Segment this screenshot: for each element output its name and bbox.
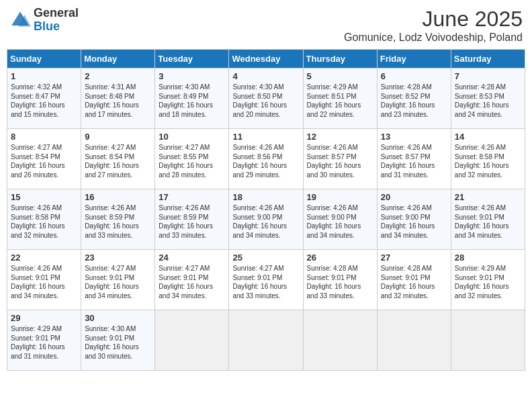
- day-cell: 24Sunrise: 4:27 AM Sunset: 9:01 PM Dayli…: [155, 250, 229, 310]
- weekday-header-sunday: Sunday: [7, 50, 81, 68]
- day-number: 15: [11, 192, 77, 202]
- day-info: Sunrise: 4:26 AM Sunset: 9:00 PM Dayligh…: [381, 203, 447, 240]
- week-row-1: 1Sunrise: 4:32 AM Sunset: 8:47 PM Daylig…: [7, 68, 525, 129]
- week-row-2: 8Sunrise: 4:27 AM Sunset: 8:54 PM Daylig…: [7, 129, 525, 189]
- day-cell: 8Sunrise: 4:27 AM Sunset: 8:54 PM Daylig…: [7, 129, 81, 189]
- day-number: 10: [159, 132, 225, 142]
- day-cell: 18Sunrise: 4:26 AM Sunset: 9:00 PM Dayli…: [229, 189, 303, 250]
- day-cell: 23Sunrise: 4:27 AM Sunset: 9:01 PM Dayli…: [81, 250, 155, 310]
- day-info: Sunrise: 4:29 AM Sunset: 9:01 PM Dayligh…: [455, 264, 521, 300]
- day-info: Sunrise: 4:26 AM Sunset: 9:00 PM Dayligh…: [307, 203, 373, 240]
- day-info: Sunrise: 4:30 AM Sunset: 9:01 PM Dayligh…: [85, 324, 151, 361]
- calendar: SundayMondayTuesdayWednesdayThursdayFrid…: [7, 49, 525, 371]
- day-number: 17: [159, 192, 225, 202]
- day-info: Sunrise: 4:27 AM Sunset: 9:01 PM Dayligh…: [159, 264, 225, 300]
- weekday-header-friday: Friday: [377, 50, 451, 68]
- day-cell: 22Sunrise: 4:26 AM Sunset: 9:01 PM Dayli…: [7, 250, 81, 310]
- day-number: 27: [381, 253, 447, 263]
- day-number: 3: [159, 71, 225, 81]
- day-number: 22: [11, 253, 77, 263]
- day-info: Sunrise: 4:32 AM Sunset: 8:47 PM Dayligh…: [11, 83, 77, 119]
- day-number: 8: [11, 132, 77, 142]
- day-info: Sunrise: 4:27 AM Sunset: 8:55 PM Dayligh…: [159, 143, 225, 179]
- day-number: 11: [232, 132, 299, 142]
- day-number: 25: [232, 253, 299, 263]
- header: General Blue June 2025 Gomunice, Lodz Vo…: [7, 7, 525, 44]
- weekday-header-tuesday: Tuesday: [155, 50, 229, 68]
- day-info: Sunrise: 4:26 AM Sunset: 8:57 PM Dayligh…: [307, 143, 373, 179]
- day-cell: 17Sunrise: 4:26 AM Sunset: 8:59 PM Dayli…: [155, 189, 229, 250]
- day-cell: [229, 310, 303, 371]
- day-number: 12: [307, 132, 373, 142]
- day-info: Sunrise: 4:26 AM Sunset: 9:01 PM Dayligh…: [11, 264, 77, 300]
- day-number: 29: [11, 313, 77, 323]
- day-number: 4: [232, 71, 299, 81]
- day-cell: 19Sunrise: 4:26 AM Sunset: 9:00 PM Dayli…: [303, 189, 377, 250]
- day-info: Sunrise: 4:27 AM Sunset: 9:01 PM Dayligh…: [85, 264, 151, 300]
- day-info: Sunrise: 4:28 AM Sunset: 8:53 PM Dayligh…: [455, 83, 521, 119]
- day-info: Sunrise: 4:28 AM Sunset: 9:01 PM Dayligh…: [307, 264, 373, 300]
- day-number: 20: [381, 192, 447, 202]
- logo: General Blue: [9, 7, 79, 34]
- day-cell: [303, 310, 377, 371]
- day-info: Sunrise: 4:28 AM Sunset: 8:52 PM Dayligh…: [381, 83, 447, 119]
- day-info: Sunrise: 4:27 AM Sunset: 9:01 PM Dayligh…: [232, 264, 299, 300]
- day-cell: 4Sunrise: 4:30 AM Sunset: 8:50 PM Daylig…: [229, 68, 303, 129]
- day-info: Sunrise: 4:26 AM Sunset: 8:58 PM Dayligh…: [455, 143, 521, 179]
- day-info: Sunrise: 4:26 AM Sunset: 9:01 PM Dayligh…: [455, 203, 521, 240]
- day-info: Sunrise: 4:29 AM Sunset: 8:51 PM Dayligh…: [307, 83, 373, 119]
- week-row-5: 29Sunrise: 4:29 AM Sunset: 9:01 PM Dayli…: [7, 310, 525, 371]
- day-cell: 28Sunrise: 4:29 AM Sunset: 9:01 PM Dayli…: [451, 250, 525, 310]
- day-cell: 6Sunrise: 4:28 AM Sunset: 8:52 PM Daylig…: [377, 68, 451, 129]
- weekday-header-monday: Monday: [81, 50, 155, 68]
- day-cell: 11Sunrise: 4:26 AM Sunset: 8:56 PM Dayli…: [229, 129, 303, 189]
- logo-text: General Blue: [34, 7, 79, 34]
- day-info: Sunrise: 4:30 AM Sunset: 8:49 PM Dayligh…: [159, 83, 225, 119]
- day-number: 16: [85, 192, 151, 202]
- week-row-3: 15Sunrise: 4:26 AM Sunset: 8:58 PM Dayli…: [7, 189, 525, 250]
- day-cell: 7Sunrise: 4:28 AM Sunset: 8:53 PM Daylig…: [451, 68, 525, 129]
- day-cell: [155, 310, 229, 371]
- day-info: Sunrise: 4:26 AM Sunset: 8:59 PM Dayligh…: [159, 203, 225, 240]
- day-cell: 10Sunrise: 4:27 AM Sunset: 8:55 PM Dayli…: [155, 129, 229, 189]
- day-number: 23: [85, 253, 151, 263]
- day-info: Sunrise: 4:26 AM Sunset: 8:57 PM Dayligh…: [381, 143, 447, 179]
- day-cell: 2Sunrise: 4:31 AM Sunset: 8:48 PM Daylig…: [81, 68, 155, 129]
- day-number: 18: [232, 192, 299, 202]
- day-cell: 30Sunrise: 4:30 AM Sunset: 9:01 PM Dayli…: [81, 310, 155, 371]
- weekday-header-thursday: Thursday: [303, 50, 377, 68]
- day-info: Sunrise: 4:26 AM Sunset: 8:58 PM Dayligh…: [11, 203, 77, 240]
- day-info: Sunrise: 4:31 AM Sunset: 8:48 PM Dayligh…: [85, 83, 151, 119]
- day-cell: 9Sunrise: 4:27 AM Sunset: 8:54 PM Daylig…: [81, 129, 155, 189]
- day-info: Sunrise: 4:26 AM Sunset: 9:00 PM Dayligh…: [232, 203, 299, 240]
- day-cell: 13Sunrise: 4:26 AM Sunset: 8:57 PM Dayli…: [377, 129, 451, 189]
- day-cell: 5Sunrise: 4:29 AM Sunset: 8:51 PM Daylig…: [303, 68, 377, 129]
- day-number: 26: [307, 253, 373, 263]
- title-block: June 2025 Gomunice, Lodz Voivodeship, Po…: [344, 7, 523, 44]
- day-cell: 3Sunrise: 4:30 AM Sunset: 8:49 PM Daylig…: [155, 68, 229, 129]
- day-info: Sunrise: 4:27 AM Sunset: 8:54 PM Dayligh…: [85, 143, 151, 179]
- day-number: 14: [455, 132, 521, 142]
- day-cell: 25Sunrise: 4:27 AM Sunset: 9:01 PM Dayli…: [229, 250, 303, 310]
- day-cell: [451, 310, 525, 371]
- day-cell: 27Sunrise: 4:28 AM Sunset: 9:01 PM Dayli…: [377, 250, 451, 310]
- day-info: Sunrise: 4:30 AM Sunset: 8:50 PM Dayligh…: [232, 83, 299, 119]
- day-info: Sunrise: 4:28 AM Sunset: 9:01 PM Dayligh…: [381, 264, 447, 300]
- weekday-header-saturday: Saturday: [451, 50, 525, 68]
- day-info: Sunrise: 4:26 AM Sunset: 8:56 PM Dayligh…: [232, 143, 299, 179]
- day-cell: 1Sunrise: 4:32 AM Sunset: 8:47 PM Daylig…: [7, 68, 81, 129]
- weekday-header-wednesday: Wednesday: [229, 50, 303, 68]
- day-number: 19: [307, 192, 373, 202]
- day-cell: 26Sunrise: 4:28 AM Sunset: 9:01 PM Dayli…: [303, 250, 377, 310]
- logo-general-label: General: [34, 7, 79, 20]
- day-cell: 14Sunrise: 4:26 AM Sunset: 8:58 PM Dayli…: [451, 129, 525, 189]
- week-row-4: 22Sunrise: 4:26 AM Sunset: 9:01 PM Dayli…: [7, 250, 525, 310]
- day-cell: [377, 310, 451, 371]
- day-cell: 15Sunrise: 4:26 AM Sunset: 8:58 PM Dayli…: [7, 189, 81, 250]
- weekday-header-row: SundayMondayTuesdayWednesdayThursdayFrid…: [7, 50, 525, 68]
- day-number: 28: [455, 253, 521, 263]
- day-cell: 29Sunrise: 4:29 AM Sunset: 9:01 PM Dayli…: [7, 310, 81, 371]
- day-cell: 21Sunrise: 4:26 AM Sunset: 9:01 PM Dayli…: [451, 189, 525, 250]
- logo-blue-label: Blue: [34, 20, 79, 34]
- day-number: 30: [85, 313, 151, 323]
